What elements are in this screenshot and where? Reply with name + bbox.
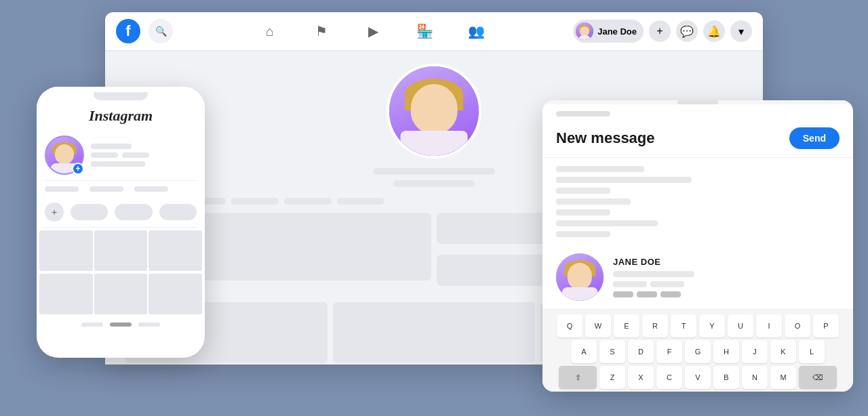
key-s[interactable]: S [599,340,625,363]
key-a[interactable]: A [571,340,597,363]
story-bio-skeleton [91,161,145,167]
key-c[interactable]: C [656,366,682,389]
add-button[interactable]: + [649,20,671,42]
profile-subtitle-skeleton [393,180,475,187]
contact-detail-row-3 [613,291,840,297]
contact-avatar-image [556,253,604,301]
chevron-down-icon[interactable]: ▾ [730,20,752,42]
tab-skeleton-4 [284,198,332,205]
message-contact-row: JANE DOE [542,245,853,309]
key-p[interactable]: P [813,314,839,337]
story-stat-2-skeleton [122,152,149,158]
contact-detail-skeleton-1 [613,271,694,277]
key-q[interactable]: Q [557,314,583,337]
key-w[interactable]: W [585,314,611,337]
facebook-profile-avatar [387,64,481,159]
message-header-skel [556,111,610,117]
instagram-posts-grid [37,228,205,274]
facebook-nav-center: ⌂ ⚑ ▶ 🏪 👥 [181,19,565,43]
contact-detail-dot-3 [660,291,681,297]
action-button-2-skeleton [115,204,152,220]
instagram-header: Instagram [37,106,205,130]
story-stat-1-skeleton [91,152,118,158]
key-l[interactable]: L [799,340,825,363]
key-i[interactable]: I [756,314,782,337]
message-skeleton-lines [542,158,853,245]
instagram-logo: Instagram [89,107,153,125]
line-skeleton-1 [556,166,644,172]
key-o[interactable]: O [785,314,810,337]
line-skeleton-6 [556,220,658,226]
key-shift[interactable]: ⇧ [559,366,597,389]
key-k[interactable]: K [770,340,796,363]
post-thumbnail-5[interactable] [94,274,148,314]
contact-avatar [556,253,604,301]
user-name-label: Jane Doe [597,26,637,37]
contact-name-label: JANE DOE [613,257,840,267]
key-f[interactable]: F [656,340,682,363]
instagram-phone-mockup: Instagram + [37,87,205,358]
action-button-3-skeleton [159,204,197,220]
user-profile-pill[interactable]: Jane Doe [573,20,644,43]
key-j[interactable]: J [742,340,768,363]
new-message-title: New message [556,129,655,147]
stat-posts-skeleton [45,186,79,192]
send-button[interactable]: Send [789,127,840,149]
key-e[interactable]: E [614,314,639,337]
message-header: New message Send [542,117,853,158]
key-b[interactable]: B [713,366,739,389]
post-thumbnail-3[interactable] [149,230,202,271]
story-stats-skeleton [91,152,149,158]
key-u[interactable]: U [728,314,753,337]
flag-nav-icon[interactable]: ⚑ [309,19,334,43]
key-d[interactable]: D [628,340,654,363]
key-backspace[interactable]: ⌫ [799,366,837,389]
video-nav-icon[interactable]: ▶ [361,19,385,43]
key-z[interactable]: Z [599,366,625,389]
instagram-story-avatar[interactable]: + [45,136,84,175]
notifications-icon[interactable]: 🔔 [703,20,725,42]
key-v[interactable]: V [685,366,711,389]
post-thumbnail-6[interactable] [149,274,202,314]
line-skeleton-4 [556,199,631,205]
tab-skeleton-3 [231,198,279,205]
keyboard-row-3: ⇧ Z X C V B N M ⌫ [547,366,849,389]
key-r[interactable]: R [642,314,668,337]
search-icon[interactable]: 🔍 [149,19,173,43]
message-header-skeleton-area [542,104,853,117]
instagram-actions-row: + [37,197,205,227]
page-indicator-3 [138,323,160,327]
key-x[interactable]: X [628,366,654,389]
story-name-skeleton [91,144,132,149]
keyboard-area: Q W E R T Y U I O P A S D F G H J K L ⇧ … [542,309,853,392]
key-n[interactable]: N [742,366,768,389]
profile-avatar-image [389,66,479,156]
post-thumbnail-2[interactable] [94,230,148,271]
key-m[interactable]: M [770,366,796,389]
keyboard-row-1: Q W E R T Y U I O P [547,314,849,337]
phone-notch [94,92,148,100]
line-skeleton-7 [556,231,610,237]
post-thumbnail-1[interactable] [39,230,93,271]
key-y[interactable]: Y [699,314,725,337]
store-nav-icon[interactable]: 🏪 [412,19,437,43]
line-skeleton-2 [556,177,692,183]
instagram-story-info [91,144,149,167]
instagram-story-row: + [37,130,205,180]
contact-info: JANE DOE [613,257,840,297]
key-g[interactable]: G [685,340,711,363]
action-add-icon[interactable]: + [45,203,64,222]
home-nav-icon[interactable]: ⌂ [258,19,282,43]
instagram-stats-row [37,181,205,197]
contact-detail-skeleton-3 [650,281,684,287]
facebook-logo-icon: f [116,19,140,43]
contact-detail-row-2 [613,281,840,287]
key-t[interactable]: T [671,314,696,337]
key-h[interactable]: H [713,340,739,363]
add-story-badge[interactable]: + [72,163,84,175]
post-thumbnail-4[interactable] [39,274,93,314]
messenger-icon[interactable]: 💬 [676,20,698,42]
line-skeleton-5 [556,209,610,215]
people-nav-icon[interactable]: 👥 [464,19,488,43]
user-avatar [576,22,593,40]
